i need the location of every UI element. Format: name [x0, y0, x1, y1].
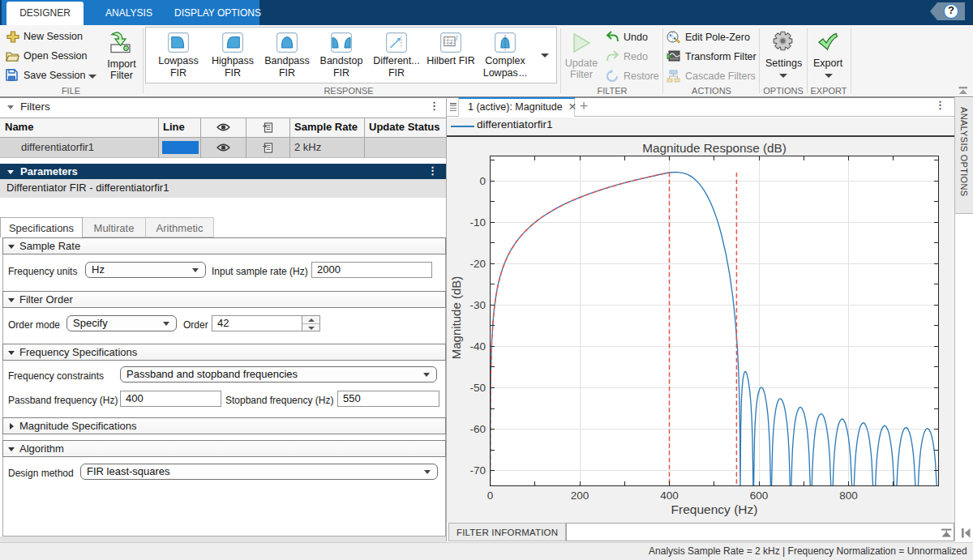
svg-text:-10: -10: [469, 216, 486, 228]
svg-text:Frequency (Hz): Frequency (Hz): [671, 502, 758, 515]
svg-text:-70: -70: [469, 464, 486, 477]
svg-text:0: 0: [479, 174, 486, 186]
svg-text:800: 800: [839, 489, 858, 502]
svg-text:200: 200: [571, 489, 589, 502]
svg-text:-20: -20: [469, 257, 486, 269]
svg-text:400: 400: [660, 489, 679, 502]
svg-text:600: 600: [750, 489, 769, 502]
svg-text:-30: -30: [469, 299, 486, 311]
svg-text:-40: -40: [469, 340, 486, 353]
svg-text:Magnitude (dB): Magnitude (dB): [449, 276, 463, 359]
svg-text:Magnitude Response (dB): Magnitude Response (dB): [642, 141, 787, 155]
svg-text:-60: -60: [469, 423, 486, 435]
svg-text:-j: -j: [449, 40, 452, 46]
svg-text:-50: -50: [469, 382, 486, 394]
svg-text:0: 0: [487, 489, 494, 502]
